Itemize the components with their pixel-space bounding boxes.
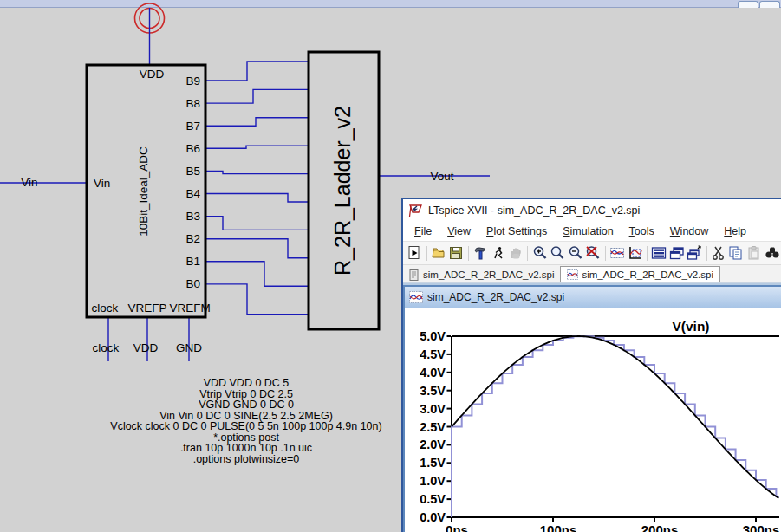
- x-axis-tick-label: 100ns: [540, 522, 577, 532]
- adc-pin-vrefm: VREFM: [169, 302, 210, 315]
- zoom-out-icon[interactable]: [567, 244, 585, 263]
- x-axis-tick-label: 200ns: [641, 522, 679, 532]
- menu-plot-settings[interactable]: Plot Settings: [478, 223, 555, 240]
- wire-b8[interactable]: [205, 89, 309, 103]
- menu-file[interactable]: File: [407, 223, 439, 240]
- dac-block-name: R_2R_Ladder_v2: [330, 106, 355, 276]
- adc-pin-b5: B5: [185, 165, 200, 178]
- waveform-plot[interactable]: 0.0V0.5V1.0V1.5V2.0V2.5V3.0V3.5V4.0V4.5V…: [405, 308, 779, 532]
- adc-right-pin-labels: B9B8B7B6B5B4B3B2B1B0: [185, 75, 200, 291]
- adc-pin-b9: B9: [185, 75, 200, 88]
- cascade-windows-icon[interactable]: [667, 244, 686, 263]
- trace-vin-sine[interactable]: [452, 336, 778, 498]
- adc-pin-b3: B3: [185, 210, 200, 223]
- plot-area[interactable]: 0.0V0.5V1.0V1.5V2.0V2.5V3.0V3.5V4.0V4.5V…: [405, 308, 781, 532]
- net-label-vin[interactable]: Vin: [21, 176, 37, 189]
- y-axis-tick-label: 4.0V: [420, 366, 446, 380]
- menubar: File View Plot Settings Simulation Tools…: [403, 222, 781, 241]
- y-axis-tick-label: 4.5V: [420, 347, 446, 361]
- bus-wires[interactable]: [205, 62, 309, 315]
- desktop: { "colors": { "wire_blue": "#1a1ab8", "m…: [0, 0, 781, 532]
- plot-frame: [452, 336, 779, 517]
- run-simulation-icon[interactable]: [489, 244, 507, 263]
- net-label-vout[interactable]: Vout: [430, 170, 453, 183]
- save-icon[interactable]: [447, 244, 465, 263]
- menu-view[interactable]: View: [439, 223, 478, 240]
- copy-icon[interactable]: [727, 244, 745, 263]
- waveform-window[interactable]: sim_ADC_R_2R_DAC_v2.spi 0.0V0.5V1.0V1.5V…: [403, 285, 781, 532]
- net-label-clock[interactable]: clock: [93, 341, 120, 354]
- trace-dac-staircase[interactable]: [452, 336, 779, 517]
- zoom-box-icon[interactable]: [549, 244, 567, 263]
- net-label-vdd[interactable]: VDD: [133, 341, 159, 354]
- adc-pin-b2: B2: [185, 232, 200, 245]
- adc-pin-b0: B0: [185, 277, 200, 290]
- y-axis-tick-label: 2.0V: [420, 438, 446, 451]
- adc-pin-vdd: VDD: [140, 68, 165, 81]
- find-icon[interactable]: [763, 244, 781, 263]
- wire-b2[interactable]: [205, 239, 309, 258]
- plot-title[interactable]: V(vin): [672, 319, 709, 334]
- y-axis-tick-label: 0.0V: [420, 510, 446, 524]
- tab-netlist[interactable]: sim_ADC_R_2R_DAC_v2.spi: [403, 267, 560, 282]
- cut-icon[interactable]: [710, 244, 728, 263]
- toolbar: [403, 241, 781, 265]
- x-axis-tick-label: 300ns: [743, 522, 779, 532]
- wire-b9[interactable]: [205, 62, 309, 81]
- net-label-gnd[interactable]: GND: [176, 341, 202, 354]
- menu-help[interactable]: Help: [716, 223, 754, 240]
- adc-pin-b6: B6: [185, 142, 200, 155]
- window-title: LTspice XVII - sim_ADC_R_2R_DAC_v2.spi: [428, 204, 640, 217]
- wire-b0[interactable]: [205, 284, 309, 315]
- wire-b1[interactable]: [205, 262, 309, 286]
- spice-directive-line[interactable]: .options plotwinsize=0: [193, 453, 300, 465]
- tab-waveform[interactable]: sim_ADC_R_2R_DAC_v2.spi: [560, 266, 719, 282]
- wire-b7[interactable]: [205, 118, 309, 126]
- tab-label: sim_ADC_R_2R_DAC_v2.spi: [582, 269, 713, 280]
- y-axis-tick-label: 5.0V: [420, 329, 446, 343]
- ltspice-window[interactable]: LTspice XVII - sim_ADC_R_2R_DAC_v2.spi F…: [401, 198, 781, 532]
- plot-settings-icon[interactable]: [626, 244, 644, 263]
- wire-b5[interactable]: [205, 171, 309, 173]
- tile-windows-icon[interactable]: [650, 244, 668, 263]
- window-titlebar[interactable]: LTspice XVII - sim_ADC_R_2R_DAC_v2.spi: [403, 199, 781, 222]
- wire-b3[interactable]: [205, 217, 309, 230]
- y-axis-tick-label: 1.5V: [420, 456, 446, 470]
- zoom-full-extents-icon[interactable]: [584, 244, 602, 263]
- y-axis-tick-label: 3.0V: [420, 402, 446, 416]
- menu-window[interactable]: Window: [662, 223, 716, 240]
- paste-icon[interactable]: [745, 244, 764, 263]
- mdi-client-area: sim_ADC_R_2R_DAC_v2.spi 0.0V0.5V1.0V1.5V…: [403, 283, 781, 532]
- y-axis-tick-label: 3.5V: [420, 384, 446, 398]
- adc-pin-vrefp: VREFP: [127, 302, 166, 315]
- open-file-icon[interactable]: [430, 244, 448, 263]
- cascade-windows-restore-icon[interactable]: [686, 244, 704, 263]
- wire-b6[interactable]: [205, 146, 309, 148]
- wire-b4[interactable]: [205, 194, 309, 203]
- x-axis-tick-label: 0ns: [446, 522, 468, 532]
- autorange-y-icon[interactable]: [609, 244, 627, 263]
- waveform-icon: [567, 269, 578, 280]
- adc-pin-clock: clock: [92, 302, 119, 315]
- run-netlist-icon[interactable]: [406, 244, 424, 263]
- spice-directives[interactable]: VDD VDD 0 DC 5Vtrip Vtrip 0 DC 2.5VGND G…: [110, 377, 381, 465]
- adc-pin-b7: B7: [185, 120, 200, 133]
- adc-pin-b1: B1: [185, 255, 200, 268]
- adc-pin-b4: B4: [185, 187, 200, 200]
- menu-simulation[interactable]: Simulation: [555, 223, 621, 240]
- ltspice-logo-icon: [408, 204, 423, 217]
- adc-block-name: 10Bit_Ideal_ADC: [137, 146, 150, 237]
- halt-icon[interactable]: [507, 244, 525, 263]
- control-panel-hammer-icon[interactable]: [472, 244, 490, 263]
- document-tabbar: sim_ADC_R_2R_DAC_v2.spi sim_ADC_R_2R_DAC…: [403, 265, 781, 283]
- waveform-window-titlebar[interactable]: sim_ADC_R_2R_DAC_v2.spi: [405, 287, 781, 308]
- waveform-window-title: sim_ADC_R_2R_DAC_v2.spi: [427, 291, 564, 303]
- netlist-doc-icon: [409, 269, 420, 281]
- zoom-in-icon[interactable]: [530, 244, 549, 263]
- y-axis-tick-label: 2.5V: [420, 420, 446, 434]
- adc-pin-b8: B8: [185, 97, 200, 110]
- y-axis-tick-label: 1.0V: [420, 474, 446, 488]
- menu-tools[interactable]: Tools: [622, 223, 662, 240]
- tab-label: sim_ADC_R_2R_DAC_v2.spi: [423, 269, 554, 280]
- adc-pin-vin: Vin: [94, 177, 110, 190]
